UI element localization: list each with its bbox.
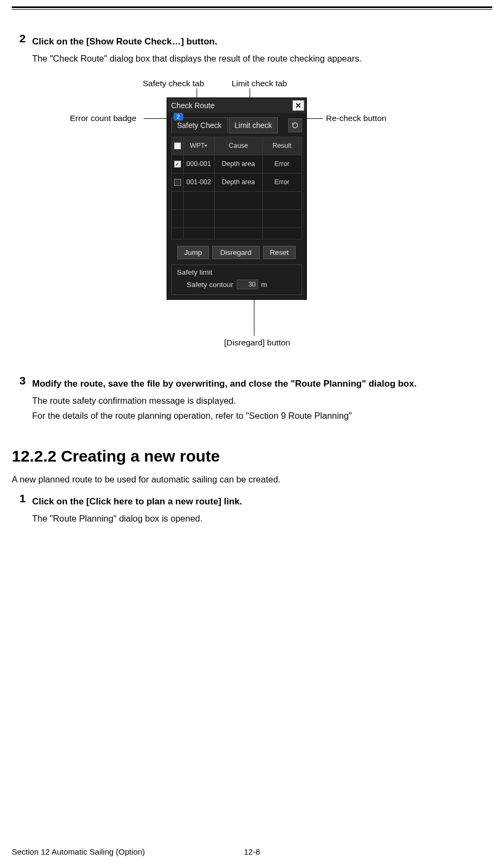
step-number: 1 — [12, 492, 26, 526]
refresh-icon — [291, 122, 299, 129]
step-text: The "Route Planning" dialog box is opene… — [32, 511, 492, 526]
callout-disregard: [Disregard] button — [224, 338, 290, 348]
row-wpt: 000-001 — [184, 155, 215, 173]
col-result[interactable]: Result — [263, 137, 302, 155]
callout-limit-tab: Limit check tab — [232, 79, 287, 88]
row-checkbox[interactable] — [172, 173, 184, 191]
section-intro: A new planned route to be used for autom… — [12, 472, 492, 487]
table-row — [172, 228, 302, 239]
row-cause: Depth area — [215, 173, 263, 191]
step-text: The "Check Route" dialog box that displa… — [32, 51, 492, 66]
checkbox-icon — [174, 179, 181, 186]
disregard-button[interactable]: Disregard — [212, 246, 260, 259]
result-table: WPT Cause Result ✓ 000-001 Depth area Er… — [171, 137, 302, 239]
step-text: The route safety confirmation message is… — [32, 393, 492, 408]
table-row[interactable]: ✓ 000-001 Depth area Error — [172, 155, 302, 173]
tab-row: 2 Safety Check Limit check — [171, 117, 302, 133]
step-text: For the details of the route planning op… — [32, 408, 492, 423]
row-result: Error — [263, 173, 302, 191]
safety-contour-label: Safety contour — [187, 281, 234, 289]
step-body: Click on the [Show Route Check…] button.… — [32, 32, 492, 66]
close-icon: ✕ — [295, 101, 302, 110]
row-cause: Depth area — [215, 155, 263, 173]
page-top-rule — [12, 6, 492, 10]
recheck-button[interactable] — [288, 118, 302, 132]
step-number: 2 — [12, 32, 26, 66]
checkbox-icon — [174, 142, 181, 149]
button-row: Jump Disregard Reset — [171, 246, 302, 259]
row-checkbox[interactable]: ✓ — [172, 155, 184, 173]
step-body: Modify the route, save the file by overw… — [32, 374, 492, 423]
footer-section: Section 12 Automatic Sailing (Option) — [12, 847, 145, 856]
check-route-dialog: Check Route ✕ 2 Safety Check Limit check — [167, 97, 307, 300]
step-3: 3 Modify the route, save the file by ove… — [12, 374, 492, 423]
safety-contour-unit: m — [261, 281, 267, 289]
col-cause[interactable]: Cause — [215, 137, 263, 155]
col-wpt[interactable]: WPT — [184, 137, 215, 155]
step-2: 2 Click on the [Show Route Check…] butto… — [12, 32, 492, 66]
step-title: Click on the [Show Route Check…] button. — [32, 34, 492, 49]
table-row — [172, 192, 302, 210]
step-title: Modify the route, save the file by overw… — [32, 376, 492, 391]
table-row[interactable]: 001-002 Depth area Error — [172, 173, 302, 192]
checkbox-icon: ✓ — [174, 161, 181, 168]
step-body: Click on the [Click here to plan a new r… — [32, 492, 492, 526]
safety-contour-input[interactable] — [237, 280, 258, 289]
step-number: 3 — [12, 374, 26, 423]
safety-limit-box: Safety limit Safety contour m — [171, 265, 302, 295]
page-content: 2 Click on the [Show Route Check…] butto… — [12, 32, 492, 533]
tab-limit-check[interactable]: Limit check — [229, 117, 278, 133]
step-1-new: 1 Click on the [Click here to plan a new… — [12, 492, 492, 526]
col-checkbox[interactable] — [172, 137, 184, 155]
callout-recheck: Re-check button — [326, 114, 387, 123]
figure-check-route: Safety check tab Limit check tab Error c… — [59, 73, 445, 352]
safety-limit-title: Safety limit — [177, 268, 296, 276]
footer-page: 12-8 — [244, 847, 260, 856]
dialog-titlebar: Check Route ✕ — [167, 98, 306, 113]
reset-button[interactable]: Reset — [263, 246, 296, 259]
close-button[interactable]: ✕ — [292, 100, 304, 111]
table-header: WPT Cause Result — [172, 137, 302, 155]
dialog-body: 2 Safety Check Limit check WPT Cause — [167, 113, 306, 299]
step-title: Click on the [Click here to plan a new r… — [32, 494, 492, 509]
callout-safety-tab: Safety check tab — [143, 79, 205, 88]
row-result: Error — [263, 155, 302, 173]
table-row — [172, 210, 302, 228]
callout-error-badge: Error count badge — [70, 114, 137, 123]
section-heading: 12.2.2 Creating a new route — [12, 447, 492, 465]
error-count-badge: 2 — [174, 113, 183, 120]
dialog-title: Check Route — [171, 101, 215, 110]
page-footer: Section 12 Automatic Sailing (Option) 12… — [12, 847, 492, 856]
row-wpt: 001-002 — [184, 173, 215, 191]
jump-button[interactable]: Jump — [177, 246, 209, 259]
safety-contour-row: Safety contour m — [177, 280, 296, 289]
